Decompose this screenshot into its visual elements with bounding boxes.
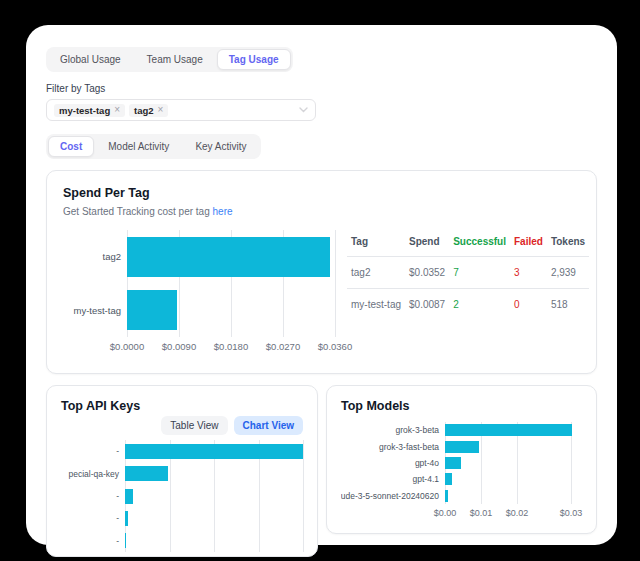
tag-filter-select[interactable]: my-test-tag × tag2 × xyxy=(46,99,316,121)
chart-category-label: claude-3-5-sonnet-20240620 xyxy=(341,488,445,504)
tag-chip[interactable]: my-test-tag × xyxy=(54,104,125,117)
chart-bar xyxy=(125,489,133,504)
top-api-keys-title: Top API Keys xyxy=(61,399,140,413)
axis-tick-label: $0.0180 xyxy=(214,341,248,352)
table-row: tag2$0.0352732,939 xyxy=(347,257,589,289)
table-cell: 2 xyxy=(449,289,510,321)
axis-tick-label: $0.00 xyxy=(434,508,457,518)
remove-tag-icon[interactable]: × xyxy=(158,105,164,115)
chart-category-label: - xyxy=(61,530,125,552)
filter-by-tags-label: Filter by Tags xyxy=(46,83,597,94)
usage-view-tabs: Cost Model Activity Key Activity xyxy=(46,134,261,159)
remove-tag-icon[interactable]: × xyxy=(114,105,120,115)
tab-global-usage[interactable]: Global Usage xyxy=(48,49,133,70)
tab-team-usage[interactable]: Team Usage xyxy=(135,49,215,70)
chart-y-labels: grok-3-betagrok-3-fast-betagpt-4ogpt-4.1… xyxy=(341,422,445,504)
chart-bar xyxy=(445,490,448,502)
table-cell: 2,939 xyxy=(547,257,589,289)
chart-bar xyxy=(125,533,126,548)
table-column-header: Tag xyxy=(347,230,405,257)
chart-category-label: - xyxy=(61,485,125,507)
table-cell: 518 xyxy=(547,289,589,321)
here-link[interactable]: here xyxy=(213,206,233,217)
chart-bar xyxy=(445,441,479,453)
table-column-header: Failed xyxy=(510,230,547,257)
chart-bar xyxy=(125,444,303,459)
chart-category-label: - xyxy=(61,507,125,529)
table-row: my-test-tag$0.008720518 xyxy=(347,289,589,321)
chart-bar xyxy=(445,457,461,469)
table-column-header: Spend xyxy=(405,230,449,257)
usage-scope-tabs: Global Usage Team Usage Tag Usage xyxy=(46,47,293,72)
table-cell: $0.0087 xyxy=(405,289,449,321)
top-models-card: Top Models grok-3-betagrok-3-fast-betagp… xyxy=(326,385,597,534)
chevron-down-icon xyxy=(299,107,308,113)
table-cell: 3 xyxy=(510,257,547,289)
chart-plot-area xyxy=(445,422,582,504)
chart-bar xyxy=(445,424,572,436)
tag-chip-label: tag2 xyxy=(134,105,154,116)
axis-tick-label: $0.03 xyxy=(560,508,583,518)
table-cell: $0.0352 xyxy=(405,257,449,289)
top-api-keys-chart: -pecial-qa-key--- xyxy=(61,440,303,552)
spend-per-tag-subtitle: Get Started Tracking cost per tag here xyxy=(63,206,580,217)
chart-gridline xyxy=(335,230,336,337)
tab-model-activity[interactable]: Model Activity xyxy=(96,136,181,157)
table-column-header: Tokens xyxy=(547,230,589,257)
chart-category-label: gpt-4o xyxy=(341,455,445,471)
table-column-header: Successful xyxy=(449,230,510,257)
axis-tick-label: $0.0090 xyxy=(162,341,196,352)
tag-chip-label: my-test-tag xyxy=(59,105,110,116)
tab-cost[interactable]: Cost xyxy=(48,136,94,157)
table-view-button[interactable]: Table View xyxy=(161,416,227,435)
chart-category-label: grok-3-fast-beta xyxy=(341,438,445,454)
chart-plot-area xyxy=(127,230,335,337)
chart-category-label: my-test-tag xyxy=(63,284,127,338)
chart-gridline xyxy=(303,440,304,552)
chart-bar xyxy=(125,466,168,481)
axis-tick-label: $0.02 xyxy=(506,508,529,518)
chart-x-axis: $0.0000$0.0090$0.0180$0.0270$0.0360 xyxy=(127,337,335,352)
axis-tick-label: $0.0000 xyxy=(110,341,144,352)
subtitle-text: Get Started Tracking cost per tag xyxy=(63,206,213,217)
chart-x-axis: $0.00$0.01$0.02$0.03 xyxy=(445,504,582,519)
chart-category-label: - xyxy=(61,440,125,462)
axis-tick-label: $0.0270 xyxy=(266,341,300,352)
chart-y-labels: -pecial-qa-key--- xyxy=(61,440,125,552)
top-api-keys-card: Top API Keys Table View Chart View -peci… xyxy=(46,385,318,557)
spend-per-tag-chart: tag2my-test-tag $0.0000$0.0090$0.0180$0.… xyxy=(63,230,335,352)
tab-key-activity[interactable]: Key Activity xyxy=(183,136,258,157)
top-models-chart: grok-3-betagrok-3-fast-betagpt-4ogpt-4.1… xyxy=(341,422,582,519)
chart-bar xyxy=(127,290,177,330)
chart-bar xyxy=(127,237,330,277)
tab-tag-usage[interactable]: Tag Usage xyxy=(217,49,291,70)
chart-category-label: grok-3-beta xyxy=(341,422,445,438)
spend-per-tag-card: Spend Per Tag Get Started Tracking cost … xyxy=(46,170,597,374)
axis-tick-label: $0.01 xyxy=(470,508,493,518)
chart-bar xyxy=(125,511,128,526)
chart-y-labels: tag2my-test-tag xyxy=(63,230,127,337)
table-cell: 7 xyxy=(449,257,510,289)
tag-chip[interactable]: tag2 × xyxy=(129,104,168,117)
spend-per-tag-title: Spend Per Tag xyxy=(63,186,580,200)
chart-view-button[interactable]: Chart View xyxy=(234,416,304,435)
chart-category-label: pecial-qa-key xyxy=(61,462,125,484)
chart-plot-area xyxy=(125,440,303,552)
spend-per-tag-table: TagSpendSuccessfulFailedTokenstag2$0.035… xyxy=(347,230,589,320)
axis-tick-label: $0.0360 xyxy=(318,341,352,352)
table-cell: 0 xyxy=(510,289,547,321)
table-cell: my-test-tag xyxy=(347,289,405,321)
usage-dashboard-panel: Global Usage Team Usage Tag Usage Filter… xyxy=(26,25,617,545)
view-toggle: Table View Chart View xyxy=(161,416,303,435)
top-models-title: Top Models xyxy=(341,399,582,413)
chart-bar xyxy=(445,473,452,485)
chart-category-label: tag2 xyxy=(63,230,127,284)
table-cell: tag2 xyxy=(347,257,405,289)
chart-category-label: gpt-4.1 xyxy=(341,471,445,487)
